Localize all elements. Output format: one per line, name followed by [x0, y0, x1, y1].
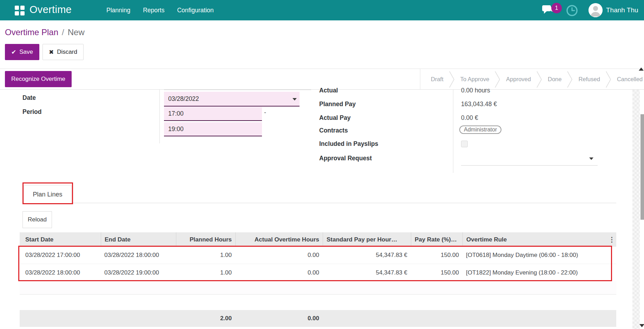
status-refused[interactable]: Refused — [578, 76, 600, 83]
menu-reports[interactable]: Reports — [143, 7, 164, 14]
save-label: Save — [19, 49, 33, 56]
date-label: Date — [22, 94, 36, 102]
cell-pay-rate: 150.00 — [411, 247, 462, 264]
column-options-icon[interactable]: ⋮ — [609, 233, 615, 246]
tab-plan-lines-label: Plan Lines — [33, 191, 62, 198]
form-divider — [164, 90, 311, 90]
planned-pay-label: Planned Pay — [319, 101, 356, 108]
chevron-separator-icon — [495, 70, 500, 89]
vertical-scrollbar-thumb[interactable] — [640, 114, 644, 220]
status-draft[interactable]: Draft — [431, 76, 443, 83]
status-cancelled[interactable]: Cancelled — [617, 76, 643, 83]
message-count-badge: 1 — [551, 3, 562, 13]
app-title[interactable]: Overtime — [29, 4, 72, 15]
cell-standard-pay: 54,347.83 € — [323, 264, 411, 281]
actual-pay-value: 0.00 € — [461, 114, 478, 122]
activities-button[interactable] — [566, 4, 578, 17]
form-action-buttons: ✔ Save ✖ Discard — [5, 44, 84, 60]
total-actual-overtime-hours: 0.00 — [235, 310, 323, 327]
person-icon — [589, 3, 603, 17]
apps-grid-icon — [15, 6, 29, 15]
cell-end-date: 03/28/2022 18:00:00 — [101, 247, 176, 264]
discard-label: Discard — [57, 49, 77, 56]
x-icon: ✖ — [49, 49, 54, 56]
table-row[interactable]: 03/28/2022 18:00:00 03/28/2022 19:00:00 … — [20, 264, 616, 281]
chevron-separator-icon — [537, 70, 542, 89]
actual-label: Actual — [319, 87, 338, 94]
approval-request-underline — [461, 165, 598, 166]
discard-button[interactable]: ✖ Discard — [42, 44, 84, 60]
included-in-payslips-checkbox[interactable] — [461, 141, 468, 147]
breadcrumb: Overtime Plan/New — [5, 27, 85, 37]
cell-planned-hours: 1.00 — [176, 247, 235, 264]
avatar — [589, 3, 603, 17]
table-footer-row: 2.00 0.00 — [20, 310, 616, 327]
menu-configuration[interactable]: Configuration — [177, 7, 213, 14]
table-empty-row[interactable] — [20, 281, 616, 295]
actual-pay-label: Actual Pay — [319, 114, 350, 122]
overtime-app-window: Overtime Planning Reports Configuration … — [0, 0, 644, 329]
cell-actual-overtime-hours: 0.00 — [235, 247, 323, 264]
chevron-separator-icon — [567, 70, 573, 89]
cell-start-date: 03/28/2022 18:00:00 — [20, 264, 101, 281]
status-approved[interactable]: Approved — [506, 76, 531, 83]
cell-pay-rate: 150.00 — [411, 264, 462, 281]
cell-overtime-rule: [OT1822] Monday Evening (18:00 - 22:00) — [462, 264, 616, 281]
column-header-actual-overtime-hours[interactable]: Actual Overtime Hours — [235, 232, 323, 247]
status-done[interactable]: Done — [548, 76, 561, 83]
top-navbar: Overtime Planning Reports Configuration … — [0, 0, 644, 20]
approval-request-caret-icon[interactable] — [589, 157, 593, 160]
date-input[interactable] — [164, 92, 300, 107]
column-header-pay-rate[interactable]: Pay Rate (%)… — [411, 232, 462, 247]
planned-pay-value: 163,043.48 € — [461, 101, 497, 108]
column-header-planned-hours[interactable]: Planned Hours — [176, 232, 235, 247]
approval-request-label: Approval Request — [319, 155, 372, 162]
cell-planned-hours: 1.00 — [176, 264, 235, 281]
period-dash: - — [264, 109, 266, 116]
actual-value: 0.00 hours — [461, 87, 490, 94]
column-header-overtime-rule[interactable]: Overtime Rule — [462, 232, 616, 247]
column-header-end-date[interactable]: End Date — [101, 232, 176, 247]
chevron-separator-icon — [449, 70, 455, 89]
messages-button[interactable]: 1 — [542, 5, 562, 17]
cell-actual-overtime-hours: 0.00 — [235, 264, 323, 281]
column-header-standard-pay-per-hour[interactable]: Standard Pay per Hour… — [323, 232, 411, 247]
included-in-payslips-label: Included in Payslips — [319, 140, 378, 148]
statusbar: Recognize Overtime Draft To Approve Appr… — [0, 69, 644, 90]
period-from-input[interactable] — [164, 107, 262, 121]
apps-menu-button[interactable] — [13, 5, 29, 17]
period-to-input[interactable] — [164, 122, 262, 136]
column-header-start-date[interactable]: Start Date — [20, 232, 101, 247]
user-menu[interactable]: Thanh Thu — [589, 3, 638, 18]
cell-start-date: 03/28/2022 17:00:00 — [20, 247, 101, 264]
cell-overtime-rule: [OT0618] Monday Daytime (06:00 - 18:00) — [462, 247, 616, 264]
contracts-tag[interactable]: Administrator — [459, 125, 501, 134]
status-to-approve[interactable]: To Approve — [460, 76, 489, 83]
scroll-up-arrow-icon[interactable] — [639, 67, 644, 71]
form-divider — [453, 90, 453, 173]
table-header: Start Date End Date Planned Hours Actual… — [20, 232, 616, 247]
tab-bar-line — [22, 203, 616, 203]
table-row[interactable]: 03/28/2022 17:00:00 03/28/2022 18:00:00 … — [20, 247, 616, 264]
clock-icon — [566, 4, 578, 17]
top-menu: Planning Reports Configuration — [106, 0, 214, 20]
vertical-scrollbar-track[interactable] — [632, 90, 640, 329]
recognize-overtime-button[interactable]: Recognize Overtime — [5, 71, 72, 87]
chevron-separator-icon — [606, 70, 611, 89]
period-label: Period — [22, 108, 41, 116]
reload-button[interactable]: Reload — [22, 211, 52, 228]
breadcrumb-current: New — [68, 27, 85, 37]
tab-plan-lines[interactable]: Plan Lines — [24, 185, 72, 203]
cell-standard-pay: 54,347.83 € — [323, 247, 411, 264]
check-icon: ✔ — [11, 49, 16, 56]
total-planned-hours: 2.00 — [176, 310, 235, 327]
date-caret-icon[interactable] — [293, 98, 297, 101]
user-name: Thanh Thu — [606, 6, 638, 14]
contracts-label: Contracts — [319, 127, 348, 134]
breadcrumb-separator: / — [62, 27, 64, 37]
breadcrumb-parent[interactable]: Overtime Plan — [5, 27, 58, 37]
save-button[interactable]: ✔ Save — [5, 44, 39, 60]
scroll-down-arrow-icon[interactable] — [639, 324, 644, 327]
form-divider — [159, 90, 160, 143]
menu-planning[interactable]: Planning — [106, 7, 130, 14]
